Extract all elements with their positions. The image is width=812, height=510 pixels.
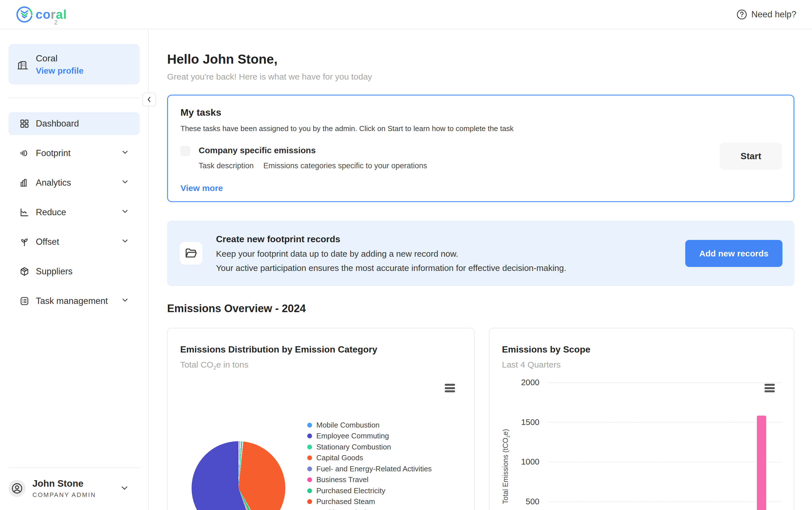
legend-label: Purchased Steam bbox=[316, 497, 375, 506]
folder-open-icon bbox=[184, 247, 198, 260]
user-role: COMPANY ADMIN bbox=[32, 491, 96, 499]
pie-legend: Mobile CombustionEmployee CommutingStati… bbox=[307, 420, 432, 510]
sidebar-item-label: Reduce bbox=[36, 207, 66, 218]
gridline bbox=[548, 382, 782, 383]
legend-dot bbox=[307, 455, 312, 460]
coral-logo-text: cor2al bbox=[35, 7, 67, 22]
legend-item[interactable]: Business Travel bbox=[307, 475, 432, 486]
page-title: Hello John Stone, bbox=[167, 52, 794, 67]
legend-item[interactable]: Capital Goods bbox=[307, 453, 432, 464]
user-name: John Stone bbox=[32, 478, 96, 489]
chart-menu-icon[interactable] bbox=[445, 384, 455, 392]
folder-tile bbox=[180, 242, 202, 265]
y-tick-label: 500 bbox=[489, 497, 540, 506]
chevron-down-icon bbox=[121, 177, 129, 188]
logo-subscript: 2 bbox=[54, 19, 58, 26]
sidebar-collapse-button[interactable] bbox=[142, 93, 156, 106]
legend-item[interactable]: Purchased Steam bbox=[307, 497, 432, 507]
task-list-icon bbox=[19, 296, 30, 306]
legend-label: Fuel- and Energy-Related Activities bbox=[316, 464, 432, 473]
view-profile-link[interactable]: View profile bbox=[36, 66, 84, 76]
dashboard-icon bbox=[19, 118, 30, 129]
sidebar-nav: Dashboard Footprint Analytics bbox=[8, 112, 140, 312]
bar-q4[interactable] bbox=[757, 416, 766, 510]
legend-label: Fugitive Emissions bbox=[316, 508, 378, 510]
legend-item[interactable]: Purchased Electricity bbox=[307, 485, 432, 497]
org-name: Coral bbox=[36, 53, 84, 64]
legend-label: Stationary Combustion bbox=[316, 443, 391, 451]
sidebar-item-offset[interactable]: Offset bbox=[8, 231, 140, 253]
task-desc-value: Emissions categories specific to your op… bbox=[263, 162, 427, 170]
legend-label: Business Travel bbox=[316, 475, 369, 484]
org-profile-card[interactable]: Coral View profile bbox=[8, 44, 140, 84]
my-tasks-card: My tasks These tasks have been assigned … bbox=[167, 95, 794, 202]
legend-dot bbox=[307, 499, 312, 504]
legend-item[interactable]: Employee Commuting bbox=[307, 431, 432, 442]
legend-item[interactable]: Mobile Combustion bbox=[307, 420, 432, 431]
chevron-down-icon bbox=[120, 483, 129, 494]
avatar bbox=[8, 480, 26, 497]
bar-plot-area: Total Emissions (tCO2e) 200015001000500 bbox=[489, 328, 794, 510]
footprint-icon bbox=[19, 148, 30, 158]
my-tasks-title: My tasks bbox=[180, 107, 781, 118]
legend-dot bbox=[307, 433, 312, 438]
legend-item[interactable]: Stationary Combustion bbox=[307, 442, 432, 453]
task-desc-label: Task description bbox=[199, 162, 254, 170]
chevron-left-icon bbox=[146, 96, 153, 103]
need-help-label: Need help? bbox=[751, 9, 796, 20]
sidebar-item-footprint[interactable]: Footprint bbox=[8, 142, 140, 165]
chevron-down-icon bbox=[121, 296, 129, 307]
user-menu[interactable]: John Stone COMPANY ADMIN bbox=[8, 478, 140, 499]
legend-dot bbox=[307, 477, 312, 482]
banner-line2: Your active participation ensures the mo… bbox=[216, 263, 566, 273]
pie-chart-title: Emissions Distribution by Emission Categ… bbox=[180, 344, 462, 355]
legend-label: Employee Commuting bbox=[316, 431, 389, 441]
sidebar: Coral View profile Dashboard Footprint bbox=[0, 29, 149, 510]
bar-chart-card: Emissions by Scope Last 4 Quarters Total… bbox=[489, 328, 794, 510]
help-circle-icon bbox=[736, 9, 747, 20]
seedling-icon bbox=[19, 237, 30, 247]
sidebar-item-label: Suppliers bbox=[36, 266, 72, 277]
pie-chart-card: Emissions Distribution by Emission Categ… bbox=[167, 328, 475, 510]
legend-label: Purchased Electricity bbox=[316, 486, 385, 495]
legend-dot bbox=[307, 445, 312, 449]
top-navbar: cor2al Need help? bbox=[0, 0, 812, 29]
y-tick-label: 2000 bbox=[489, 378, 540, 387]
add-new-records-button[interactable]: Add new records bbox=[685, 240, 782, 267]
sidebar-divider bbox=[8, 97, 140, 98]
sidebar-item-analytics[interactable]: Analytics bbox=[8, 171, 140, 194]
banner-line1: Keep your footprint data up to date by a… bbox=[216, 249, 566, 259]
page-subtitle: Great you're back! Here is what we have … bbox=[167, 72, 794, 82]
task-checkbox[interactable] bbox=[180, 146, 190, 156]
main-content: Hello John Stone, Great you're back! Her… bbox=[149, 29, 812, 510]
legend-label: Mobile Combustion bbox=[316, 421, 380, 429]
gridline bbox=[548, 502, 782, 502]
building-icon bbox=[17, 58, 29, 70]
charts-row: Emissions Distribution by Emission Categ… bbox=[167, 328, 794, 510]
sidebar-item-reduce[interactable]: Reduce bbox=[8, 201, 140, 224]
legend-dot bbox=[307, 488, 312, 493]
legend-label: Capital Goods bbox=[316, 453, 363, 462]
start-button[interactable]: Start bbox=[720, 143, 782, 170]
view-more-link[interactable]: View more bbox=[180, 183, 223, 193]
section-title: Emissions Overview - 2024 bbox=[167, 303, 794, 315]
pie-chart[interactable] bbox=[192, 441, 285, 510]
y-tick-label: 1500 bbox=[489, 417, 540, 427]
legend-dot bbox=[307, 423, 312, 428]
legend-dot bbox=[307, 466, 312, 471]
coral-logo-icon bbox=[16, 6, 33, 23]
need-help-button[interactable]: Need help? bbox=[736, 9, 796, 20]
my-tasks-description: These tasks have been assigned to you by… bbox=[180, 124, 781, 133]
legend-item[interactable]: Fugitive Emissions bbox=[307, 507, 432, 510]
legend-item[interactable]: Fuel- and Energy-Related Activities bbox=[307, 463, 432, 475]
task-row: Company specific emissions Task descript… bbox=[180, 146, 781, 170]
sidebar-item-label: Task management bbox=[36, 296, 108, 306]
sidebar-item-task-management[interactable]: Task management bbox=[8, 290, 140, 312]
coral-logo[interactable]: cor2al bbox=[16, 6, 67, 23]
sidebar-item-label: Footprint bbox=[36, 148, 70, 158]
sidebar-item-suppliers[interactable]: Suppliers bbox=[8, 260, 140, 283]
user-circle-icon bbox=[11, 482, 23, 494]
sidebar-item-dashboard[interactable]: Dashboard bbox=[8, 112, 140, 135]
reduce-icon bbox=[19, 207, 30, 218]
sidebar-item-label: Dashboard bbox=[36, 118, 79, 129]
